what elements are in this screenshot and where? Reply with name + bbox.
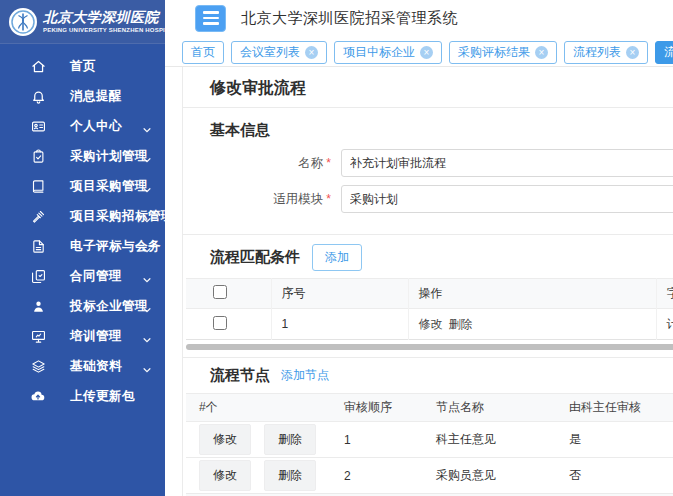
sidebar-item-home[interactable]: 首页 [0, 51, 165, 81]
tab-meeting-room-list[interactable]: 会议室列表 [231, 41, 327, 64]
menu-toggle-button[interactable] [195, 5, 226, 32]
chevron-down-icon [142, 241, 152, 259]
sidebar-item-label: 基础资料 [70, 358, 122, 375]
sidebar-item-label: 项目采购招标管理 [70, 208, 174, 225]
chevron-down-icon [142, 181, 152, 199]
sidebar-item-personal-center[interactable]: 个人中心 [0, 111, 165, 141]
col-header-order: 审核顺序 [331, 394, 423, 422]
chevron-down-icon [142, 301, 152, 319]
process-nodes-table: #个 审核顺序 节点名称 由科主任审核 修改删除 1 [186, 393, 673, 494]
chevron-down-icon [142, 331, 152, 349]
required-asterisk: * [326, 192, 331, 206]
tab-label: 项目中标企业 [343, 44, 415, 61]
delete-link[interactable]: 删除 [449, 317, 473, 331]
cell-order: 2 [331, 458, 423, 494]
module-field[interactable] [341, 185, 673, 213]
module-field-label: 适用模块* [183, 191, 331, 208]
tab-home[interactable]: 首页 [182, 41, 224, 64]
sidebar-item-upload-update-package[interactable]: 上传更新包 [0, 381, 165, 411]
required-asterisk: * [326, 156, 331, 170]
basic-info-section: 基本信息 名称* 适用模块* [183, 108, 673, 213]
document-edit-icon [30, 238, 46, 254]
sidebar-item-project-procurement-management[interactable]: 项目采购管理 [0, 171, 165, 201]
tab-procurement-evaluation-results[interactable]: 采购评标结果 [449, 41, 557, 64]
tab-label: 会议室列表 [240, 44, 300, 61]
sidebar-menu: 首页 消息提醒 个人中心 采购计划管理 项目采购管理 [0, 44, 165, 411]
top-header: 北京大学深圳医院招采管理系统 [165, 0, 673, 36]
sidebar: 北京大学深圳医院 PEKING UNIVERSITY SHENZHEN HOSP… [0, 0, 165, 496]
name-field-label: 名称* [183, 155, 331, 172]
table-row: 1 修改删除 计 [186, 309, 673, 340]
tab-label: 流程 [664, 44, 673, 61]
sidebar-item-label: 项目采购管理 [70, 178, 148, 195]
presentation-icon [30, 328, 46, 344]
chevron-down-icon [142, 151, 152, 169]
app-window: 北京大学深圳医院 PEKING UNIVERSITY SHENZHEN HOSP… [0, 0, 673, 496]
contract-icon [30, 268, 46, 284]
col-header-ops: 操作 [408, 279, 656, 309]
app-title: 北京大学深圳医院招采管理系统 [241, 9, 458, 28]
row-checkbox[interactable] [213, 316, 227, 330]
close-icon[interactable] [420, 46, 433, 59]
id-card-icon [30, 118, 46, 134]
edit-link[interactable]: 修改 [419, 317, 443, 331]
process-nodes-heading: 流程节点 [210, 366, 270, 385]
clipboard-check-icon [30, 148, 46, 164]
sidebar-item-bidder-enterprise-management[interactable]: 投标企业管理 [0, 291, 165, 321]
basic-info-form: 名称* 适用模块* [210, 149, 673, 213]
delete-button[interactable]: 删除 [264, 424, 316, 455]
tab-project-winning-bidders[interactable]: 项目中标企业 [334, 41, 442, 64]
tab-process[interactable]: 流程 [655, 41, 673, 64]
hospital-name-en: PEKING UNIVERSITY SHENZHEN HOSPITAL [43, 27, 177, 33]
match-conditions-section: 流程匹配条件 添加 序号 操作 字 [183, 235, 673, 350]
select-all-checkbox[interactable] [213, 285, 227, 299]
col-header-clipped: 字 [656, 279, 673, 309]
sidebar-item-contract-management[interactable]: 合同管理 [0, 261, 165, 291]
cell-seq: 1 [271, 309, 408, 340]
sidebar-item-label: 首页 [70, 58, 96, 75]
tab-process-list[interactable]: 流程列表 [564, 41, 648, 64]
close-icon[interactable] [305, 46, 318, 59]
chevron-down-icon [142, 271, 152, 289]
form-row-name: 名称* [183, 149, 673, 177]
tab-label: 流程列表 [573, 44, 621, 61]
cloud-upload-icon [30, 388, 46, 404]
cell-clipped: 计 [656, 309, 673, 340]
sidebar-item-label: 消息提醒 [70, 88, 122, 105]
gavel-icon [30, 208, 46, 224]
sidebar-item-notifications[interactable]: 消息提醒 [0, 81, 165, 111]
sidebar-item-label: 投标企业管理 [70, 298, 148, 315]
content-card: 修改审批流程 基本信息 名称* 适用模块* [182, 67, 673, 496]
cell-director-review: 否 [556, 458, 673, 494]
cell-order: 1 [331, 422, 423, 458]
horizontal-scrollbar[interactable] [186, 344, 673, 350]
col-header-director-review: 由科主任审核 [556, 394, 673, 422]
cell-director-review: 是 [556, 422, 673, 458]
sidebar-item-electronic-evaluation[interactable]: 电子评标与会务 [0, 231, 165, 261]
close-icon[interactable] [535, 46, 548, 59]
sidebar-item-training-management[interactable]: 培训管理 [0, 321, 165, 351]
cell-node-name: 科主任意见 [423, 422, 556, 458]
match-conditions-heading: 流程匹配条件 [210, 248, 300, 267]
table-row: 修改删除 1 科主任意见 是 [186, 422, 673, 458]
page-title: 修改审批流程 [183, 67, 673, 108]
sidebar-item-project-bidding-management[interactable]: 项目采购招标管理 [0, 201, 165, 231]
add-condition-button[interactable]: 添加 [312, 244, 362, 271]
hospital-name-block: 北京大学深圳医院 PEKING UNIVERSITY SHENZHEN HOSP… [43, 10, 177, 33]
edit-button[interactable]: 修改 [199, 424, 251, 455]
chevron-down-icon [142, 211, 152, 229]
tab-label: 首页 [191, 44, 215, 61]
book-icon [30, 178, 46, 194]
close-icon[interactable] [626, 46, 639, 59]
hospital-name: 北京大学深圳医院 [43, 10, 177, 24]
edit-button[interactable]: 修改 [199, 460, 251, 491]
delete-button[interactable]: 删除 [264, 460, 316, 491]
hospital-logo: 北京大学深圳医院 PEKING UNIVERSITY SHENZHEN HOSP… [0, 0, 165, 44]
name-field[interactable] [341, 149, 673, 177]
sidebar-item-basic-data[interactable]: 基础资料 [0, 351, 165, 381]
sidebar-item-label: 采购计划管理 [70, 148, 148, 165]
add-node-link[interactable]: 添加节点 [281, 367, 329, 384]
sidebar-item-procurement-plan-management[interactable]: 采购计划管理 [0, 141, 165, 171]
form-row-module: 适用模块* [183, 185, 673, 213]
user-icon [30, 298, 46, 314]
